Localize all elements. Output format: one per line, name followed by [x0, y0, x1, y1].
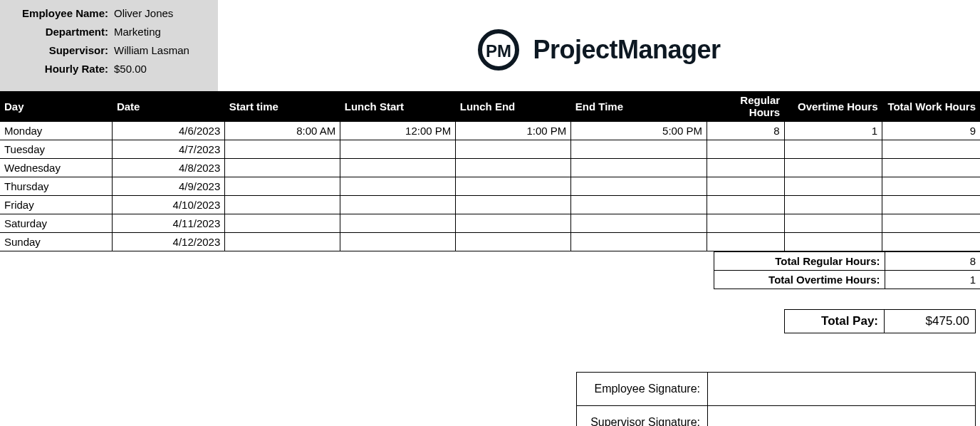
cell-start[interactable] [225, 140, 340, 159]
col-start: Start time [225, 91, 340, 122]
cell-overtime[interactable] [784, 214, 882, 233]
cell-lunch-end[interactable] [456, 214, 571, 233]
brand-name: ProjectManager [533, 35, 720, 65]
cell-date[interactable]: 4/6/2023 [113, 122, 225, 140]
cell-total [882, 233, 980, 251]
department-value: Marketing [113, 23, 161, 41]
total-regular-label: Total Regular Hours: [714, 252, 885, 271]
total-regular-value: 8 [885, 252, 980, 271]
cell-regular[interactable] [707, 140, 784, 159]
cell-lunch-start[interactable] [340, 140, 456, 159]
cell-end[interactable] [571, 233, 707, 251]
cell-overtime[interactable] [784, 159, 882, 177]
cell-total [882, 177, 980, 196]
table-row: Friday4/10/2023 [0, 196, 980, 214]
cell-start[interactable] [225, 177, 340, 196]
cell-regular[interactable]: 8 [707, 122, 784, 140]
department-label: Department: [6, 23, 113, 41]
supervisor-value: William Lasman [113, 41, 189, 60]
cell-regular[interactable] [707, 214, 784, 233]
cell-end[interactable] [571, 196, 707, 214]
supervisor-label: Supervisor: [6, 41, 113, 60]
cell-lunch-end[interactable] [456, 140, 571, 159]
cell-lunch-start[interactable] [340, 214, 456, 233]
cell-lunch-end[interactable] [456, 177, 571, 196]
cell-lunch-start[interactable] [340, 177, 456, 196]
cell-regular[interactable] [707, 196, 784, 214]
hourly-rate-label: Hourly Rate: [6, 60, 113, 78]
hourly-rate-value: $50.00 [113, 60, 147, 78]
cell-lunch-start[interactable] [340, 159, 456, 177]
cell-lunch-end[interactable] [456, 159, 571, 177]
employee-signature-field[interactable] [708, 373, 976, 406]
cell-start[interactable] [225, 159, 340, 177]
col-total: Total Work Hours [882, 91, 980, 122]
cell-day: Saturday [0, 214, 113, 233]
cell-total [882, 140, 980, 159]
col-lunch-start: Lunch Start [340, 91, 456, 122]
cell-overtime[interactable] [784, 140, 882, 159]
cell-end[interactable] [571, 140, 707, 159]
col-date: Date [113, 91, 225, 122]
col-end: End Time [571, 91, 707, 122]
signature-block: Employee Signature: Supervisor Signature… [0, 372, 980, 426]
cell-date[interactable]: 4/8/2023 [113, 159, 225, 177]
cell-date[interactable]: 4/12/2023 [113, 233, 225, 251]
cell-overtime[interactable] [784, 196, 882, 214]
total-pay-label: Total Pay: [785, 310, 885, 333]
cell-overtime[interactable] [784, 233, 882, 251]
cell-end[interactable] [571, 214, 707, 233]
cell-date[interactable]: 4/11/2023 [113, 214, 225, 233]
cell-start[interactable] [225, 233, 340, 251]
cell-overtime[interactable]: 1 [784, 122, 882, 140]
cell-lunch-start[interactable]: 12:00 PM [340, 122, 456, 140]
cell-day: Sunday [0, 233, 113, 251]
brand-logo-icon: PM [477, 28, 520, 71]
cell-end[interactable] [571, 177, 707, 196]
cell-overtime[interactable] [784, 177, 882, 196]
cell-end[interactable]: 5:00 PM [571, 122, 707, 140]
cell-lunch-start[interactable] [340, 233, 456, 251]
header-area: Employee Name: Oliver Jones Department: … [0, 0, 980, 91]
employee-signature-label: Employee Signature: [577, 373, 708, 406]
employee-info-panel: Employee Name: Oliver Jones Department: … [0, 0, 218, 91]
timesheet-table: Day Date Start time Lunch Start Lunch En… [0, 91, 980, 251]
cell-date[interactable]: 4/7/2023 [113, 140, 225, 159]
cell-day: Monday [0, 122, 113, 140]
table-row: Sunday4/12/2023 [0, 233, 980, 251]
cell-lunch-end[interactable] [456, 233, 571, 251]
col-overtime: Overtime Hours [784, 91, 882, 122]
cell-total [882, 214, 980, 233]
cell-day: Wednesday [0, 159, 113, 177]
cell-lunch-end[interactable]: 1:00 PM [456, 122, 571, 140]
cell-day: Friday [0, 196, 113, 214]
cell-start[interactable] [225, 214, 340, 233]
cell-total: 9 [882, 122, 980, 140]
table-row: Wednesday4/8/2023 [0, 159, 980, 177]
table-row: Tuesday4/7/2023 [0, 140, 980, 159]
cell-start[interactable]: 8:00 AM [225, 122, 340, 140]
cell-end[interactable] [571, 159, 707, 177]
cell-regular[interactable] [707, 233, 784, 251]
cell-lunch-start[interactable] [340, 196, 456, 214]
cell-regular[interactable] [707, 159, 784, 177]
employee-name-label: Employee Name: [6, 4, 113, 23]
cell-lunch-end[interactable] [456, 196, 571, 214]
table-header-row: Day Date Start time Lunch Start Lunch En… [0, 91, 980, 122]
cell-regular[interactable] [707, 177, 784, 196]
cell-date[interactable]: 4/10/2023 [113, 196, 225, 214]
cell-total [882, 159, 980, 177]
total-overtime-value: 1 [885, 271, 980, 289]
cell-start[interactable] [225, 196, 340, 214]
cell-date[interactable]: 4/9/2023 [113, 177, 225, 196]
svg-text:PM: PM [486, 41, 511, 61]
cell-day: Thursday [0, 177, 113, 196]
table-row: Saturday4/11/2023 [0, 214, 980, 233]
total-overtime-label: Total Overtime Hours: [714, 271, 885, 289]
totals-block: Total Regular Hours: 8 Total Overtime Ho… [0, 251, 980, 289]
supervisor-signature-label: Supervisor Signature: [577, 406, 708, 427]
col-day: Day [0, 91, 113, 122]
col-regular: Regular Hours [707, 91, 784, 122]
cell-total [882, 196, 980, 214]
supervisor-signature-field[interactable] [708, 406, 976, 427]
